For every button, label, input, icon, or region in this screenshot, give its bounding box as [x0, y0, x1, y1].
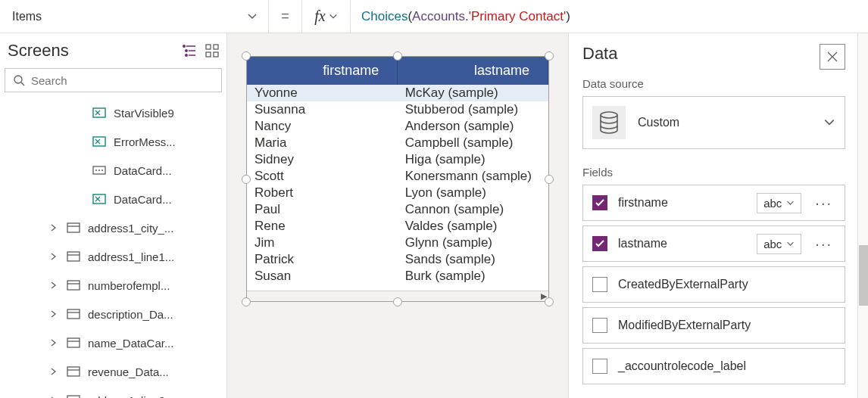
tree-item[interactable]: numberofempl...	[0, 271, 226, 300]
svg-point-3	[183, 45, 185, 47]
data-source-selector[interactable]: Custom	[582, 96, 845, 149]
resize-handle[interactable]	[545, 175, 554, 184]
close-button[interactable]	[820, 44, 845, 70]
resize-handle[interactable]	[242, 297, 251, 306]
table-row[interactable]: JimGlynn (sample)	[247, 235, 548, 251]
fx-button[interactable]: fx	[302, 0, 351, 33]
thumbnail-view-icon[interactable]	[205, 44, 219, 58]
table-row[interactable]: SusannaStubberod (sample)	[247, 101, 548, 118]
resize-handle[interactable]	[242, 51, 251, 61]
svg-point-33	[601, 112, 617, 118]
tree-item[interactable]: StarVisible9	[0, 98, 226, 127]
field-row[interactable]: CreatedByExternalParty	[582, 266, 845, 303]
tree-view: StarVisible9ErrorMess...DataCard...DataC…	[0, 98, 226, 398]
chevron-right-icon	[50, 224, 59, 232]
checkbox[interactable]	[592, 236, 607, 251]
checkbox[interactable]	[592, 195, 607, 210]
column-header[interactable]: lastname	[398, 57, 548, 85]
chevron-down-icon	[247, 11, 258, 22]
more-button[interactable]: ···	[812, 235, 835, 253]
tree-item-label: name_DataCar...	[88, 337, 173, 350]
datatable-control[interactable]: firstname lastname YvonneMcKay (sample)S…	[246, 56, 549, 302]
chevron-down-icon	[786, 240, 795, 248]
table-row[interactable]: MariaCampbell (sample)	[247, 135, 548, 151]
equals-label: =	[269, 0, 302, 33]
table-row[interactable]: RobertLyon (sample)	[247, 185, 548, 201]
cell: Anderson (sample)	[398, 118, 548, 135]
chevron-right-icon	[50, 310, 59, 318]
tree-item[interactable]: description_Da...	[0, 300, 226, 328]
svg-rect-13	[93, 137, 105, 146]
table-row[interactable]: NancyAnderson (sample)	[247, 118, 548, 135]
chevron-down-icon	[786, 199, 795, 207]
svg-rect-9	[214, 52, 218, 57]
formula-input[interactable]: Choices ( Accounts . 'Primary Contact' )	[351, 0, 868, 33]
property-dropdown[interactable]: Items	[0, 0, 269, 33]
field-row[interactable]: _accountrolecode_label	[582, 348, 845, 384]
tree-item[interactable]: address1_city_...	[0, 213, 226, 242]
field-row[interactable]: firstnameabc···	[582, 185, 845, 221]
data-source-name: Custom	[638, 116, 811, 129]
cell: Rene	[247, 218, 398, 235]
resize-handle[interactable]	[545, 297, 554, 306]
resize-handle[interactable]	[242, 175, 251, 184]
resize-handle[interactable]	[545, 51, 554, 61]
svg-rect-19	[67, 223, 80, 232]
table-row[interactable]: ReneValdes (sample)	[247, 218, 548, 235]
screens-title: Screens	[8, 41, 183, 61]
textbox-icon	[92, 192, 106, 206]
textbox-icon	[92, 106, 106, 120]
table-row[interactable]: SidneyHiga (sample)	[247, 151, 548, 168]
more-button[interactable]: ···	[812, 194, 835, 212]
cell: Jim	[247, 235, 398, 251]
tree-item[interactable]: ErrorMess...	[0, 127, 226, 156]
tree-item[interactable]: address1_line1...	[0, 242, 226, 271]
tree-item-label: DataCard...	[114, 164, 172, 177]
fields-label: Fields	[582, 166, 845, 179]
svg-rect-25	[67, 309, 80, 319]
cell: Higa (sample)	[398, 151, 548, 168]
search-input[interactable]	[5, 68, 222, 92]
field-type-selector[interactable]: abc	[757, 193, 801, 213]
table-row[interactable]: PatrickSands (sample)	[247, 251, 548, 268]
field-label: ModifiedByExternalParty	[618, 319, 835, 332]
field-type-selector[interactable]: abc	[757, 234, 801, 254]
card-icon	[67, 393, 80, 398]
resize-handle[interactable]	[393, 51, 402, 61]
checkbox[interactable]	[592, 318, 607, 333]
property-name: Items	[12, 10, 42, 23]
field-row[interactable]: lastnameabc···	[582, 225, 845, 262]
tree-item-label: address1_city_...	[88, 222, 173, 235]
tree-item[interactable]: address1_line2...	[0, 386, 226, 398]
svg-point-4	[186, 50, 187, 51]
column-header[interactable]: firstname	[247, 57, 398, 85]
checkbox[interactable]	[592, 359, 607, 374]
svg-rect-21	[67, 252, 80, 261]
table-row[interactable]: YvonneMcKay (sample)	[247, 85, 548, 101]
formula-token-prop: 'Primary Contact'	[469, 9, 566, 24]
card-icon	[67, 365, 80, 378]
checkbox[interactable]	[592, 277, 607, 292]
cell: Patrick	[247, 251, 398, 268]
data-panel-title: Data	[582, 44, 820, 64]
field-label: lastname	[618, 237, 746, 250]
field-row[interactable]: ModifiedByExternalParty	[582, 307, 845, 344]
formula-token-rp: )	[566, 9, 570, 24]
cell: Robert	[247, 185, 398, 201]
canvas[interactable]: firstname lastname YvonneMcKay (sample)S…	[227, 33, 568, 398]
tree-item[interactable]: name_DataCar...	[0, 328, 226, 357]
tree-item[interactable]: DataCard...	[0, 156, 226, 185]
table-row[interactable]: PaulCannon (sample)	[247, 201, 548, 218]
tree-item[interactable]: DataCard...	[0, 185, 226, 213]
tree-view-icon[interactable]	[183, 44, 196, 58]
table-row[interactable]: ScottKonersmann (sample)	[247, 168, 548, 185]
cell: Susanna	[247, 101, 398, 118]
formula-token-fn: Choices	[361, 9, 407, 24]
tree-item-label: address1_line2...	[88, 394, 174, 399]
tree-item[interactable]: revenue_Data...	[0, 357, 226, 386]
resize-handle[interactable]	[393, 297, 402, 306]
cell: Konersmann (sample)	[398, 168, 548, 185]
svg-point-15	[95, 169, 97, 171]
table-row[interactable]: SusanBurk (sample)	[247, 268, 548, 285]
vertical-scrollbar[interactable]	[857, 33, 868, 398]
